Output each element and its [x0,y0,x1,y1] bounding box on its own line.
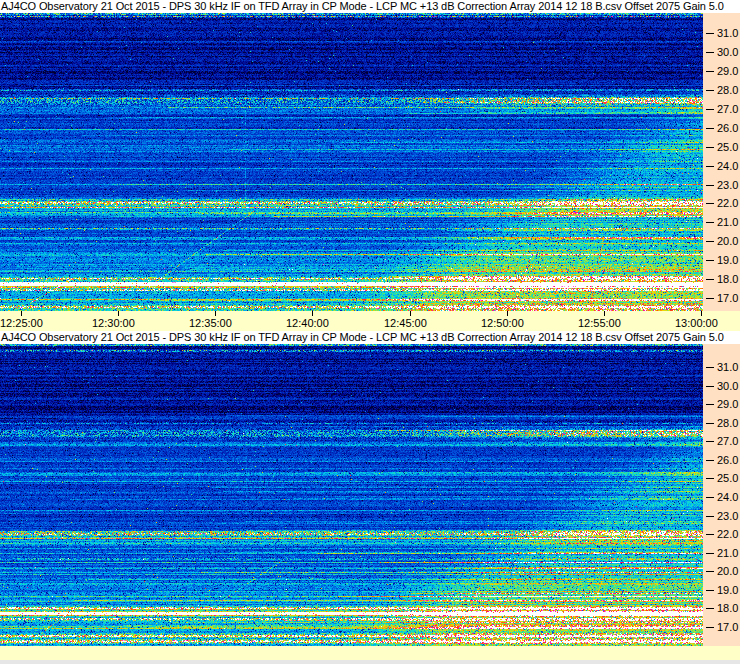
time-tick [604,311,605,316]
freq-tick [706,590,714,591]
time-tick-label: 12:45:00 [384,317,427,329]
spectrogram-title-1: AJ4CO Observatory 21 Oct 2015 - DPS 30 k… [0,0,740,13]
freq-tick-label: 24.0 [717,160,738,172]
freq-tick [706,386,714,387]
freq-tick [706,185,714,186]
freq-tick-label: 19.0 [717,254,738,266]
freq-tick-label: 18.0 [717,602,738,614]
freq-tick [706,203,714,204]
time-tick-label: 12:25:00 [0,317,43,329]
freq-tick-label: 23.0 [717,510,738,522]
freq-tick [706,553,714,554]
freq-tick [706,497,714,498]
freq-tick [706,90,714,91]
freq-tick [706,166,714,167]
freq-tick [706,441,714,442]
time-tick-label: 12:55:00 [578,317,621,329]
freq-tick [706,608,714,609]
freq-tick [706,33,714,34]
spectrogram-heatmap-2 [0,344,703,646]
freq-tick-label: 22.0 [717,197,738,209]
freq-tick [706,222,714,223]
freq-tick-label: 26.0 [717,454,738,466]
freq-tick-label: 24.0 [717,491,738,503]
freq-tick-label: 20.0 [717,565,738,577]
freq-tick [706,52,714,53]
time-tick-label: 12:35:00 [189,317,232,329]
spectrograph-window: AJ4CO Observatory 21 Oct 2015 - DPS 30 k… [0,0,740,664]
freq-tick-label: 27.0 [717,435,738,447]
freq-tick [706,478,714,479]
time-tick [215,311,216,316]
freq-tick-label: 21.0 [717,216,738,228]
freq-tick [706,627,714,628]
freq-tick [706,109,714,110]
time-tick [312,311,313,316]
freq-tick-label: 19.0 [717,584,738,596]
time-tick [507,311,508,316]
freq-tick-label: 17.0 [717,621,738,633]
frequency-axis-2: 31.030.029.028.027.026.025.024.023.022.0… [703,344,740,646]
freq-tick-label: 25.0 [717,141,738,153]
freq-tick-label: 26.0 [717,122,738,134]
time-axis-2 [0,646,740,660]
freq-tick-label: 22.0 [717,528,738,540]
freq-tick [706,241,714,242]
frequency-axis-1: 31.030.029.028.027.026.025.024.023.022.0… [703,13,740,311]
freq-tick [706,534,714,535]
freq-tick [706,298,714,299]
time-tick-label: 12:30:00 [92,317,135,329]
freq-tick-label: 17.0 [717,292,738,304]
time-tick [118,311,119,316]
time-tick-label: 12:40:00 [286,317,329,329]
spectrogram-title-2: AJ4CO Observatory 21 Oct 2015 - DPS 30 k… [0,331,740,344]
time-tick [21,311,22,316]
time-axis-1: 12:25:0012:30:0012:35:0012:40:0012:45:00… [0,311,740,331]
freq-tick-label: 29.0 [717,398,738,410]
time-tick-label: 13:00:00 [675,317,718,329]
spectrogram-heatmap-1 [0,13,703,311]
time-tick [701,311,702,316]
freq-tick [706,147,714,148]
freq-tick-label: 21.0 [717,547,738,559]
freq-tick-label: 31.0 [717,361,738,373]
freq-tick-label: 29.0 [717,65,738,77]
time-tick-label: 12:50:00 [481,317,524,329]
freq-tick [706,423,714,424]
freq-tick-label: 20.0 [717,235,738,247]
freq-tick [706,460,714,461]
freq-tick-label: 30.0 [717,46,738,58]
freq-tick [706,128,714,129]
freq-tick-label: 18.0 [717,273,738,285]
freq-tick-label: 27.0 [717,103,738,115]
freq-tick-label: 31.0 [717,27,738,39]
freq-tick-label: 28.0 [717,417,738,429]
time-tick [410,311,411,316]
freq-tick-label: 25.0 [717,472,738,484]
freq-tick [706,260,714,261]
freq-tick [706,367,714,368]
freq-tick-label: 30.0 [717,380,738,392]
freq-tick-label: 28.0 [717,84,738,96]
freq-tick-label: 23.0 [717,179,738,191]
freq-tick [706,516,714,517]
window-edge-strip [0,660,740,664]
freq-tick [706,571,714,572]
freq-tick [706,404,714,405]
freq-tick [706,279,714,280]
freq-tick [706,71,714,72]
